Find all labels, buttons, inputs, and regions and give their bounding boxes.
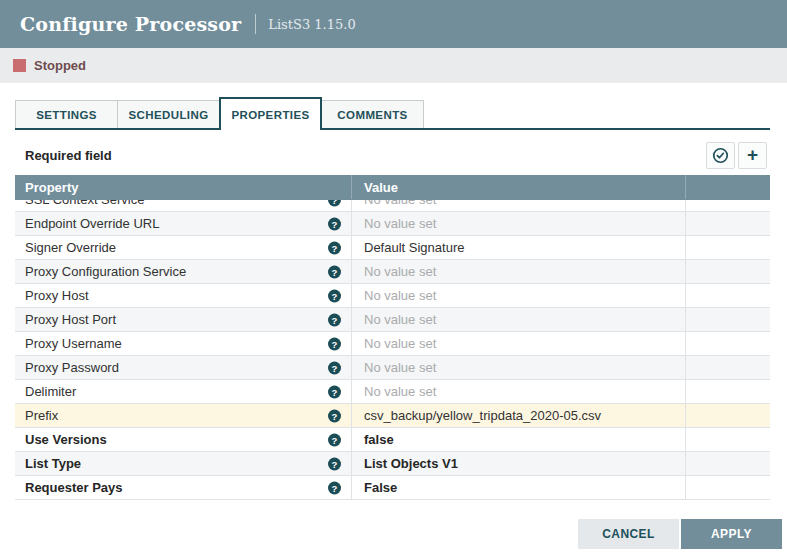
help-icon[interactable]: ? <box>328 361 341 374</box>
tab-settings[interactable]: SETTINGS <box>15 100 118 128</box>
add-property-button[interactable]: + <box>738 142 767 169</box>
check-circle-icon <box>712 147 729 164</box>
properties-table: Property Value SSL Context Service ? No … <box>15 175 770 500</box>
tab-properties[interactable]: PROPERTIES <box>219 97 322 130</box>
table-row[interactable]: Proxy Host ? No value set <box>15 284 770 308</box>
help-icon[interactable]: ? <box>328 409 341 422</box>
help-icon[interactable]: ? <box>328 241 341 254</box>
help-icon[interactable]: ? <box>328 337 341 350</box>
dialog-titlebar: Configure Processor ListS3 1.15.0 <box>0 0 787 48</box>
table-row-prefix[interactable]: Prefix ? csv_backup/yellow_tripdata_2020… <box>15 404 770 428</box>
property-value: No value set <box>364 200 436 207</box>
table-row[interactable]: Endpoint Override URL ? No value set <box>15 212 770 236</box>
help-icon[interactable]: ? <box>328 265 341 278</box>
property-value: No value set <box>364 336 436 351</box>
property-value: No value set <box>364 384 436 399</box>
stopped-status-icon <box>13 59 26 72</box>
property-value: No value set <box>364 360 436 375</box>
table-row[interactable]: Requester Pays ? False <box>15 476 770 500</box>
column-header-property: Property <box>15 175 352 199</box>
help-icon[interactable]: ? <box>328 200 341 206</box>
property-value: No value set <box>364 312 436 327</box>
tab-comments[interactable]: COMMENTS <box>321 100 424 128</box>
status-label: Stopped <box>34 58 86 73</box>
table-row[interactable]: List Type ? List Objects V1 <box>15 452 770 476</box>
property-value: csv_backup/yellow_tripdata_2020-05.csv <box>364 408 601 423</box>
help-icon[interactable]: ? <box>328 289 341 302</box>
property-name: Proxy Username <box>25 336 122 351</box>
property-name: Proxy Password <box>25 360 119 375</box>
dialog-footer: CANCEL APPLY <box>578 519 782 549</box>
column-header-extra <box>686 175 770 199</box>
property-name: Endpoint Override URL <box>25 216 159 231</box>
help-icon[interactable]: ? <box>328 457 341 470</box>
plus-icon: + <box>747 145 758 164</box>
processor-name-version: ListS3 1.15.0 <box>268 17 355 32</box>
help-icon[interactable]: ? <box>328 217 341 230</box>
apply-button[interactable]: APPLY <box>681 519 782 549</box>
help-icon[interactable]: ? <box>328 481 341 494</box>
status-bar: Stopped <box>0 48 787 83</box>
property-name: SSL Context Service <box>25 200 144 207</box>
help-icon[interactable]: ? <box>328 313 341 326</box>
property-name: Delimiter <box>25 384 76 399</box>
verify-properties-button[interactable] <box>706 142 735 169</box>
tab-scheduling[interactable]: SCHEDULING <box>117 100 220 128</box>
property-table-actions: + <box>706 142 767 169</box>
table-row[interactable]: Delimiter ? No value set <box>15 380 770 404</box>
property-name: Use Versions <box>25 432 107 447</box>
title-divider <box>255 14 256 34</box>
property-name: Proxy Host Port <box>25 312 116 327</box>
table-row[interactable]: SSL Context Service ? No value set <box>15 200 770 212</box>
table-row[interactable]: Proxy Password ? No value set <box>15 356 770 380</box>
required-field-note: Required field <box>25 148 112 163</box>
help-icon[interactable]: ? <box>328 385 341 398</box>
property-value: No value set <box>364 216 436 231</box>
property-name: Prefix <box>25 408 58 423</box>
table-row[interactable]: Use Versions ? false <box>15 428 770 452</box>
table-row[interactable]: Signer Override ? Default Signature <box>15 236 770 260</box>
property-value: No value set <box>364 264 436 279</box>
property-value: False <box>364 480 397 495</box>
table-row-clipped: SSL Context Service ? No value set <box>15 200 770 212</box>
table-row[interactable]: Proxy Configuration Service ? No value s… <box>15 260 770 284</box>
property-name: Signer Override <box>25 240 116 255</box>
property-name: Proxy Host <box>25 288 89 303</box>
dialog-title: Configure Processor <box>20 13 241 35</box>
property-name: Proxy Configuration Service <box>25 264 186 279</box>
property-name: List Type <box>25 456 81 471</box>
dialog-tabs: SETTINGS SCHEDULING PROPERTIES COMMENTS <box>15 95 770 130</box>
property-value: No value set <box>364 288 436 303</box>
column-header-value: Value <box>352 175 686 199</box>
property-value: List Objects V1 <box>364 456 458 471</box>
table-row[interactable]: Proxy Username ? No value set <box>15 332 770 356</box>
configure-processor-dialog: Configure Processor ListS3 1.15.0 Stoppe… <box>0 0 787 554</box>
property-value: false <box>364 432 394 447</box>
help-icon[interactable]: ? <box>328 433 341 446</box>
table-row[interactable]: Proxy Host Port ? No value set <box>15 308 770 332</box>
cancel-button[interactable]: CANCEL <box>578 519 679 549</box>
property-value: Default Signature <box>364 240 464 255</box>
property-name: Requester Pays <box>25 480 123 495</box>
table-header-row: Property Value <box>15 175 770 200</box>
